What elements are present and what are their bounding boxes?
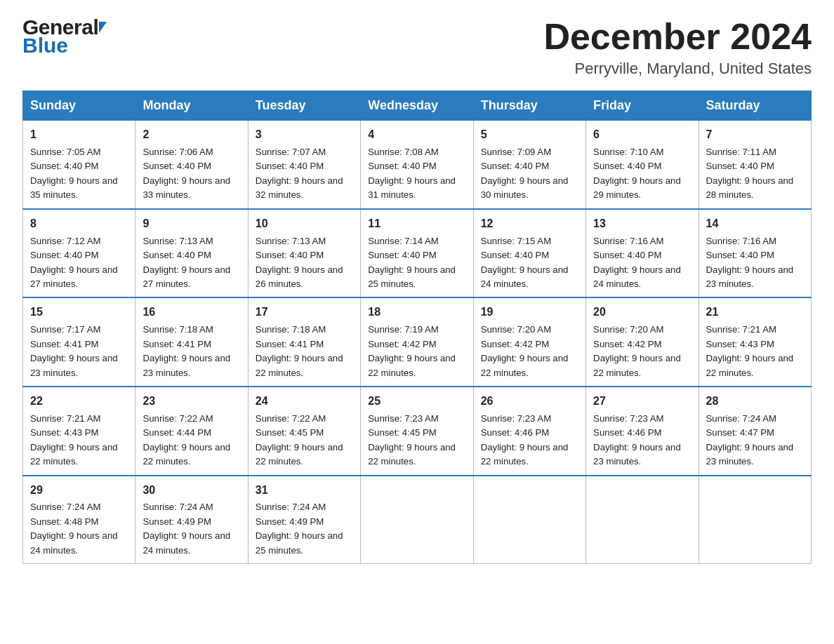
calendar-cell: 21Sunrise: 7:21 AMSunset: 4:43 PMDayligh… bbox=[699, 297, 811, 387]
day-number: 24 bbox=[256, 393, 353, 410]
day-number: 17 bbox=[256, 304, 353, 321]
day-info: Sunrise: 7:15 AMSunset: 4:40 PMDaylight:… bbox=[481, 234, 578, 292]
day-info: Sunrise: 7:07 AMSunset: 4:40 PMDaylight:… bbox=[256, 145, 353, 203]
day-info: Sunrise: 7:24 AMSunset: 4:48 PMDaylight:… bbox=[30, 500, 128, 558]
calendar-cell: 17Sunrise: 7:18 AMSunset: 4:41 PMDayligh… bbox=[248, 297, 360, 387]
calendar-cell: 23Sunrise: 7:22 AMSunset: 4:44 PMDayligh… bbox=[135, 387, 248, 476]
day-number: 21 bbox=[706, 304, 804, 321]
calendar-cell bbox=[699, 476, 811, 564]
location-title: Perryville, Maryland, United States bbox=[543, 60, 812, 78]
calendar-table: SundayMondayTuesdayWednesdayThursdayFrid… bbox=[22, 90, 812, 564]
logo-triangle-icon bbox=[99, 22, 107, 33]
day-number: 3 bbox=[256, 126, 353, 144]
day-number: 28 bbox=[706, 393, 804, 410]
day-info: Sunrise: 7:12 AMSunset: 4:40 PMDaylight:… bbox=[30, 234, 128, 292]
calendar-cell: 3Sunrise: 7:07 AMSunset: 4:40 PMDaylight… bbox=[248, 121, 360, 209]
calendar-cell: 18Sunrise: 7:19 AMSunset: 4:42 PMDayligh… bbox=[361, 297, 473, 387]
day-number: 20 bbox=[593, 304, 691, 321]
day-number: 1 bbox=[30, 126, 128, 144]
weekday-header-sunday: Sunday bbox=[23, 91, 135, 121]
calendar-cell: 20Sunrise: 7:20 AMSunset: 4:42 PMDayligh… bbox=[586, 297, 699, 387]
day-number: 14 bbox=[706, 215, 804, 233]
calendar-cell: 22Sunrise: 7:21 AMSunset: 4:43 PMDayligh… bbox=[23, 387, 135, 476]
title-area: December 2024 Perryville, Maryland, Unit… bbox=[543, 17, 812, 78]
day-info: Sunrise: 7:19 AMSunset: 4:42 PMDaylight:… bbox=[368, 323, 465, 380]
day-info: Sunrise: 7:16 AMSunset: 4:40 PMDaylight:… bbox=[593, 234, 691, 292]
day-info: Sunrise: 7:16 AMSunset: 4:40 PMDaylight:… bbox=[706, 234, 804, 292]
day-info: Sunrise: 7:24 AMSunset: 4:49 PMDaylight:… bbox=[143, 500, 240, 558]
day-info: Sunrise: 7:18 AMSunset: 4:41 PMDaylight:… bbox=[256, 323, 353, 380]
calendar-cell: 24Sunrise: 7:22 AMSunset: 4:45 PMDayligh… bbox=[248, 387, 360, 476]
logo: General Blue bbox=[22, 17, 107, 56]
calendar-cell: 12Sunrise: 7:15 AMSunset: 4:40 PMDayligh… bbox=[473, 209, 585, 298]
calendar-cell: 11Sunrise: 7:14 AMSunset: 4:40 PMDayligh… bbox=[361, 209, 473, 298]
calendar-cell: 16Sunrise: 7:18 AMSunset: 4:41 PMDayligh… bbox=[135, 297, 248, 387]
day-info: Sunrise: 7:13 AMSunset: 4:40 PMDaylight:… bbox=[143, 234, 240, 292]
day-info: Sunrise: 7:09 AMSunset: 4:40 PMDaylight:… bbox=[481, 145, 578, 203]
day-info: Sunrise: 7:18 AMSunset: 4:41 PMDaylight:… bbox=[143, 323, 240, 380]
calendar-cell bbox=[361, 476, 473, 564]
day-info: Sunrise: 7:10 AMSunset: 4:40 PMDaylight:… bbox=[593, 145, 691, 203]
day-info: Sunrise: 7:11 AMSunset: 4:40 PMDaylight:… bbox=[706, 145, 804, 203]
calendar-cell: 5Sunrise: 7:09 AMSunset: 4:40 PMDaylight… bbox=[473, 121, 585, 209]
calendar-cell: 10Sunrise: 7:13 AMSunset: 4:40 PMDayligh… bbox=[248, 209, 360, 298]
day-number: 11 bbox=[368, 215, 465, 233]
day-info: Sunrise: 7:14 AMSunset: 4:40 PMDaylight:… bbox=[368, 234, 465, 292]
day-number: 15 bbox=[30, 304, 128, 321]
day-info: Sunrise: 7:23 AMSunset: 4:45 PMDaylight:… bbox=[368, 412, 465, 469]
day-number: 2 bbox=[143, 126, 240, 144]
calendar-cell bbox=[473, 476, 585, 564]
day-number: 16 bbox=[143, 304, 240, 321]
day-number: 27 bbox=[593, 393, 691, 410]
day-info: Sunrise: 7:22 AMSunset: 4:44 PMDaylight:… bbox=[143, 412, 240, 469]
day-info: Sunrise: 7:23 AMSunset: 4:46 PMDaylight:… bbox=[593, 412, 691, 469]
day-info: Sunrise: 7:06 AMSunset: 4:40 PMDaylight:… bbox=[143, 145, 240, 203]
calendar-cell: 13Sunrise: 7:16 AMSunset: 4:40 PMDayligh… bbox=[586, 209, 699, 298]
day-number: 7 bbox=[706, 126, 804, 144]
day-number: 4 bbox=[368, 126, 465, 144]
calendar-cell: 27Sunrise: 7:23 AMSunset: 4:46 PMDayligh… bbox=[586, 387, 699, 476]
calendar-cell: 4Sunrise: 7:08 AMSunset: 4:40 PMDaylight… bbox=[361, 121, 473, 209]
day-number: 8 bbox=[30, 215, 128, 233]
calendar-cell bbox=[586, 476, 699, 564]
calendar-cell: 7Sunrise: 7:11 AMSunset: 4:40 PMDaylight… bbox=[699, 121, 811, 209]
calendar-cell: 8Sunrise: 7:12 AMSunset: 4:40 PMDaylight… bbox=[23, 209, 135, 298]
calendar-cell: 6Sunrise: 7:10 AMSunset: 4:40 PMDaylight… bbox=[586, 121, 699, 209]
day-number: 31 bbox=[256, 482, 353, 499]
weekday-header-wednesday: Wednesday bbox=[361, 91, 473, 121]
month-title: December 2024 bbox=[543, 17, 812, 57]
weekday-header-saturday: Saturday bbox=[699, 91, 811, 121]
day-info: Sunrise: 7:24 AMSunset: 4:47 PMDaylight:… bbox=[706, 412, 804, 469]
calendar-cell: 31Sunrise: 7:24 AMSunset: 4:49 PMDayligh… bbox=[248, 476, 360, 564]
calendar-cell: 2Sunrise: 7:06 AMSunset: 4:40 PMDaylight… bbox=[135, 121, 248, 209]
day-info: Sunrise: 7:20 AMSunset: 4:42 PMDaylight:… bbox=[481, 323, 578, 380]
day-info: Sunrise: 7:13 AMSunset: 4:40 PMDaylight:… bbox=[256, 234, 353, 292]
day-info: Sunrise: 7:05 AMSunset: 4:40 PMDaylight:… bbox=[30, 145, 128, 203]
day-info: Sunrise: 7:21 AMSunset: 4:43 PMDaylight:… bbox=[30, 412, 128, 469]
weekday-header-friday: Friday bbox=[586, 91, 699, 121]
calendar-cell: 14Sunrise: 7:16 AMSunset: 4:40 PMDayligh… bbox=[699, 209, 811, 298]
day-number: 10 bbox=[256, 215, 353, 233]
day-info: Sunrise: 7:21 AMSunset: 4:43 PMDaylight:… bbox=[706, 323, 804, 380]
day-number: 22 bbox=[30, 393, 128, 410]
weekday-header-monday: Monday bbox=[135, 91, 248, 121]
day-number: 9 bbox=[143, 215, 240, 233]
day-info: Sunrise: 7:17 AMSunset: 4:41 PMDaylight:… bbox=[30, 323, 128, 380]
day-number: 5 bbox=[481, 126, 578, 144]
calendar-cell: 19Sunrise: 7:20 AMSunset: 4:42 PMDayligh… bbox=[473, 297, 585, 387]
weekday-header-tuesday: Tuesday bbox=[248, 91, 360, 121]
day-info: Sunrise: 7:08 AMSunset: 4:40 PMDaylight:… bbox=[368, 145, 465, 203]
day-info: Sunrise: 7:23 AMSunset: 4:46 PMDaylight:… bbox=[481, 412, 578, 469]
page-header: General Blue December 2024 Perryville, M… bbox=[22, 17, 812, 78]
calendar-cell: 29Sunrise: 7:24 AMSunset: 4:48 PMDayligh… bbox=[23, 476, 135, 564]
day-number: 18 bbox=[368, 304, 465, 321]
day-number: 30 bbox=[143, 482, 240, 499]
day-number: 6 bbox=[593, 126, 691, 144]
day-info: Sunrise: 7:20 AMSunset: 4:42 PMDaylight:… bbox=[593, 323, 691, 380]
day-number: 25 bbox=[368, 393, 465, 410]
day-number: 23 bbox=[143, 393, 240, 410]
day-number: 19 bbox=[481, 304, 578, 321]
calendar-cell: 9Sunrise: 7:13 AMSunset: 4:40 PMDaylight… bbox=[135, 209, 248, 298]
day-number: 29 bbox=[30, 482, 128, 499]
logo-line2: Blue bbox=[22, 35, 107, 56]
